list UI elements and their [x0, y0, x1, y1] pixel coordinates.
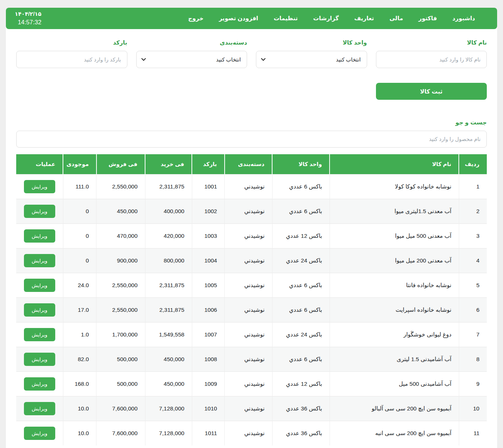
- product-unit-select[interactable]: انتخاب کنید: [256, 51, 367, 68]
- product-name-label: نام کالا: [376, 39, 487, 46]
- table-row: 10 آبمیوه سن ایچ 200 سی سی آلبالو باکس 3…: [16, 396, 487, 421]
- header-actions: عملیات: [16, 154, 63, 174]
- submit-row: ثبت کالا: [16, 83, 487, 100]
- sale-price-cell: 7,600,000: [96, 421, 145, 446]
- barcode-label: بارکد: [16, 39, 127, 46]
- product-name-cell: نوشابه خانواده کوکا کولا: [330, 174, 459, 199]
- category-select[interactable]: انتخاب کنید: [136, 51, 247, 68]
- table-row: 6 نوشابه خانواده اسپرایت باکس 6 عددي نوش…: [16, 298, 487, 322]
- product-name-cell: آب آشامیدنی 1.5 لیتری: [330, 347, 459, 372]
- nav-item-reports[interactable]: گزارشات: [313, 15, 339, 22]
- edit-button[interactable]: ویرایش: [24, 328, 55, 341]
- row-number-cell: 5: [459, 273, 487, 298]
- stock-cell: 0: [63, 199, 96, 224]
- table-row: 2 آب معدنی 1.5لیتری میوا باکس 6 عددي نوش…: [16, 199, 487, 224]
- current-time: 14:57:32: [15, 18, 41, 27]
- table-row: 4 آب معدنی 200 میل میوا باکس 24 عددي نوش…: [16, 248, 487, 273]
- unit-cell: باکس 12 عددي: [272, 372, 330, 396]
- page-card: داشبورد فاکتور مالی تعاریف گزارشات تنظیم…: [6, 8, 497, 448]
- barcode-cell: 1009: [192, 372, 225, 396]
- edit-button[interactable]: ویرایش: [24, 229, 55, 243]
- edit-button[interactable]: ویرایش: [24, 402, 55, 415]
- unit-cell: باکس 36 عددي: [272, 421, 330, 446]
- edit-button[interactable]: ویرایش: [24, 353, 55, 366]
- actions-cell: ویرایش: [16, 224, 63, 248]
- barcode-cell: 1011: [192, 421, 225, 446]
- sale-price-cell: 7,600,000: [96, 396, 145, 421]
- barcode-cell: 1001: [192, 174, 225, 199]
- product-name-input[interactable]: [376, 51, 487, 68]
- main-content: نام کالا واحد کالا انتخاب کنید دسته‌بندی: [6, 39, 497, 445]
- stock-cell: 10.0: [63, 421, 96, 446]
- stock-cell: 111.0: [63, 174, 96, 199]
- sale-price-cell: 500,000: [96, 372, 145, 396]
- unit-cell: باکس 24 عددي: [272, 322, 330, 347]
- edit-button[interactable]: ویرایش: [24, 180, 55, 193]
- sale-price-cell: 500,000: [96, 347, 145, 372]
- table-row: 9 آب آشامیدنی 500 میل باکس 12 عددي نوشید…: [16, 372, 487, 396]
- purchase-price-cell: 2,311,875: [145, 298, 192, 322]
- product-name-cell: آبمیوه سن ایچ 200 سی سی آلبالو: [330, 396, 459, 421]
- row-number-cell: 1: [459, 174, 487, 199]
- products-table: ردیف نام کالا واحد کالا دسته‌بندی بارکد …: [16, 154, 487, 445]
- nav-item-financial[interactable]: مالی: [390, 15, 403, 22]
- edit-button[interactable]: ویرایش: [24, 303, 55, 317]
- category-label: دسته‌بندی: [136, 39, 247, 46]
- edit-button[interactable]: ویرایش: [24, 205, 55, 218]
- row-number-cell: 2: [459, 199, 487, 224]
- purchase-price-cell: 1,549,558: [145, 322, 192, 347]
- row-number-cell: 4: [459, 248, 487, 273]
- product-name-cell: آبمیوه سن ایچ 200 سی سی انبه: [330, 421, 459, 446]
- edit-button[interactable]: ویرایش: [24, 254, 55, 267]
- nav-item-add-image[interactable]: افزودن تصویر: [219, 15, 258, 22]
- nav-item-settings[interactable]: تنظیمات: [274, 15, 298, 22]
- row-number-cell: 3: [459, 224, 487, 248]
- stock-cell: 82.0: [63, 347, 96, 372]
- nav-item-logout[interactable]: خروج: [188, 15, 204, 22]
- nav-item-dashboard[interactable]: داشبورد: [453, 15, 475, 22]
- actions-cell: ویرایش: [16, 322, 63, 347]
- nav-item-definitions[interactable]: تعاریف: [354, 15, 374, 22]
- edit-button[interactable]: ویرایش: [24, 279, 55, 292]
- datetime-display: ۱۴۰۴/۲/۱۵ 14:57:32: [15, 10, 41, 27]
- unit-cell: باکس 36 عددي: [272, 396, 330, 421]
- current-date: ۱۴۰۴/۲/۱۵: [15, 10, 41, 18]
- category-field-group: دسته‌بندی انتخاب کنید: [136, 39, 247, 68]
- product-name-cell: آب معدنی 500 میل میوا: [330, 224, 459, 248]
- stock-cell: 0: [63, 224, 96, 248]
- barcode-field-group: بارکد: [16, 39, 127, 68]
- header-category: دسته‌بندی: [225, 154, 272, 174]
- product-form: نام کالا واحد کالا انتخاب کنید دسته‌بندی: [16, 39, 487, 68]
- product-unit-label: واحد کالا: [256, 39, 367, 46]
- edit-button[interactable]: ویرایش: [24, 427, 55, 440]
- actions-cell: ویرایش: [16, 298, 63, 322]
- category-cell: نوشیدني: [225, 396, 272, 421]
- edit-button[interactable]: ویرایش: [24, 377, 55, 391]
- product-search-input[interactable]: [16, 131, 487, 148]
- actions-cell: ویرایش: [16, 248, 63, 273]
- purchase-price-cell: 800,000: [145, 248, 192, 273]
- product-name-field-group: نام کالا: [376, 39, 487, 68]
- stock-cell: 17.0: [63, 298, 96, 322]
- purchase-price-cell: 7,128,000: [145, 396, 192, 421]
- table-row: 8 آب آشامیدنی 1.5 لیتری باکس 6 عددي نوشی…: [16, 347, 487, 372]
- category-cell: نوشیدني: [225, 298, 272, 322]
- product-name-cell: آب معدنی 1.5لیتری میوا: [330, 199, 459, 224]
- barcode-cell: 1003: [192, 224, 225, 248]
- purchase-price-cell: 2,311,875: [145, 273, 192, 298]
- category-cell: نوشیدني: [225, 372, 272, 396]
- unit-cell: باکس 6 عددي: [272, 347, 330, 372]
- barcode-cell: 1007: [192, 322, 225, 347]
- header-unit: واحد کالا: [272, 154, 330, 174]
- barcode-input[interactable]: [16, 51, 127, 68]
- submit-product-button[interactable]: ثبت کالا: [376, 83, 487, 100]
- barcode-cell: 1008: [192, 347, 225, 372]
- row-number-cell: 7: [459, 322, 487, 347]
- nav-item-invoice[interactable]: فاکتور: [419, 15, 437, 22]
- sale-price-cell: 470,000: [96, 224, 145, 248]
- stock-cell: 10.0: [63, 396, 96, 421]
- actions-cell: ویرایش: [16, 199, 63, 224]
- product-name-cell: آب آشامیدنی 500 میل: [330, 372, 459, 396]
- barcode-cell: 1010: [192, 396, 225, 421]
- category-cell: نوشیدني: [225, 273, 272, 298]
